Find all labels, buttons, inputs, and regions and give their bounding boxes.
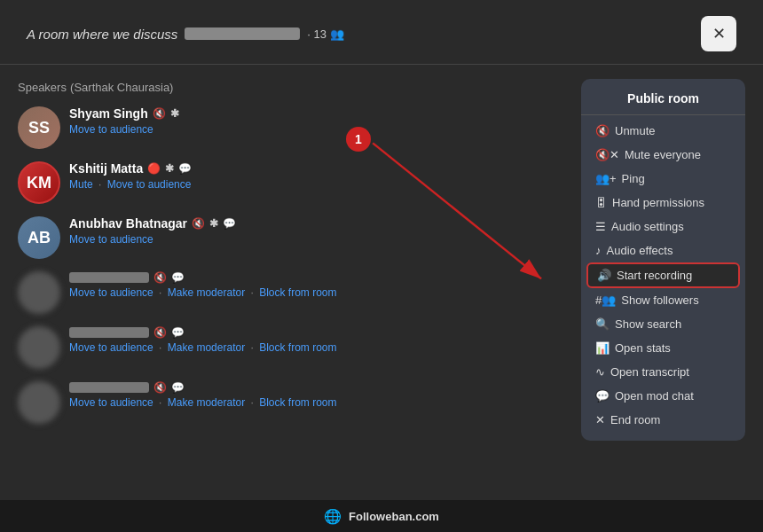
menu-item-ping[interactable]: 👥+ Ping: [581, 167, 745, 191]
menu-item-open-mod-chat[interactable]: 💬 Open mod chat: [581, 384, 745, 408]
content-area: Speakers (Sarthak Chaurasia) SS Shyam Si…: [0, 65, 763, 500]
menu-title: Public room: [581, 88, 745, 115]
menu-item-label: Audio effects: [607, 244, 673, 257]
speaker-actions: Move to audience: [69, 123, 567, 136]
menu-item-label: Hand permissions: [612, 196, 704, 209]
close-icon: ✕: [712, 24, 726, 43]
room-title: A room where we discuss · 13 👥: [27, 27, 344, 42]
menu-item-label: Mute everyone: [625, 148, 701, 161]
speaker-name: 🔇 💬: [69, 326, 567, 339]
menu-item-show-search[interactable]: 🔍 Show search: [581, 312, 745, 336]
context-menu: Public room 🔇 Unmute 🔇✕ Mute everyone 👥+…: [581, 79, 745, 441]
menu-item-mute-everyone[interactable]: 🔇✕ Mute everyone: [581, 143, 745, 167]
avatar: [18, 381, 60, 424]
menu-item-open-stats[interactable]: 📊 Open stats: [581, 336, 745, 360]
speaker-name: Shyam Singh 🔇 ✱: [69, 106, 567, 121]
room-count: · 13 👥: [307, 27, 343, 41]
menu-item-open-transcript[interactable]: ∿ Open transcript: [581, 360, 745, 384]
room-title-blurred: [185, 27, 300, 40]
speaker-actions: Move to audience · Make moderator · Bloc…: [69, 341, 567, 354]
move-to-audience-link[interactable]: Move to audience: [69, 286, 153, 299]
blurred-name: [69, 272, 149, 283]
speaker-actions: Move to audience · Make moderator · Bloc…: [69, 396, 567, 409]
avatar: KM: [18, 161, 60, 204]
move-to-audience-link[interactable]: Move to audience: [69, 123, 153, 136]
menu-item-label: Open stats: [615, 341, 671, 355]
unmute-icon: 🔇: [595, 124, 610, 137]
record-icon: 🔴: [147, 162, 161, 175]
mute-icon: 🔇: [153, 326, 167, 339]
speaker-name: Kshitij Matta 🔴 ✱ 💬: [69, 161, 567, 176]
block-from-room-link[interactable]: Block from room: [259, 396, 336, 409]
menu-item-show-followers[interactable]: #👥 Show followers: [581, 288, 745, 312]
mod-chat-icon: 💬: [595, 389, 610, 403]
stats-icon: 📊: [595, 341, 610, 355]
avatar: SS: [18, 106, 60, 149]
mute-everyone-icon: 🔇✕: [595, 148, 619, 161]
chat-icon: 💬: [171, 271, 185, 284]
chat-icon: 💬: [171, 326, 185, 339]
chat-icon: 💬: [171, 381, 185, 394]
speaker-info: 🔇 💬 Move to audience · Make moderator · …: [69, 381, 567, 409]
star-icon: ✱: [165, 162, 174, 175]
menu-item-end-room[interactable]: ✕ End room: [581, 408, 745, 432]
room-title-text: A room where we discuss: [27, 27, 177, 42]
speakers-title: Speakers (Sarthak Chaurasia): [18, 79, 567, 94]
speaker-actions: Mute · Move to audience: [69, 178, 567, 191]
move-to-audience-link[interactable]: Move to audience: [107, 178, 192, 191]
menu-item-audio-effects[interactable]: ♪ Audio effects: [581, 239, 745, 262]
speaker-info: Anubhav Bhatnagar 🔇 ✱ 💬 Move to audience: [69, 216, 567, 246]
menu-item-hand-permissions[interactable]: 🎛 Hand permissions: [581, 191, 745, 215]
avatar: [18, 326, 60, 369]
chat-icon: 💬: [223, 217, 236, 230]
block-from-room-link[interactable]: Block from room: [259, 286, 336, 299]
list-item: SS Shyam Singh 🔇 ✱ Move to audience: [18, 106, 567, 149]
make-moderator-link[interactable]: Make moderator: [168, 341, 245, 354]
blurred-name: [69, 327, 149, 338]
annotation-number-1: 1: [346, 127, 371, 152]
speaker-info: Kshitij Matta 🔴 ✱ 💬 Mute · Move to audie…: [69, 161, 567, 191]
menu-item-label: Ping: [622, 172, 645, 185]
avatar: [18, 271, 60, 314]
mute-icon: 🔇: [153, 271, 167, 284]
mute-icon: 🔇: [153, 381, 167, 394]
menu-item-label: Open mod chat: [615, 389, 694, 403]
mute-icon: 🔇: [192, 217, 205, 230]
recording-icon: 🔊: [597, 269, 611, 282]
menu-item-label: Show search: [615, 317, 681, 331]
chat-icon: 💬: [178, 162, 192, 175]
menu-item-start-recording[interactable]: 🔊 Start recording: [586, 262, 740, 288]
make-moderator-link[interactable]: Make moderator: [168, 396, 245, 409]
list-item: AB Anubhav Bhatnagar 🔇 ✱ 💬 Move to audie…: [18, 216, 567, 259]
transcript-icon: ∿: [595, 365, 605, 379]
menu-item-unmute[interactable]: 🔇 Unmute: [581, 119, 745, 143]
menu-item-label: End room: [610, 413, 660, 426]
speaker-info: Shyam Singh 🔇 ✱ Move to audience: [69, 106, 567, 136]
block-from-room-link[interactable]: Block from room: [259, 341, 336, 354]
move-to-audience-link[interactable]: Move to audience: [69, 233, 153, 246]
end-room-icon: ✕: [595, 413, 605, 426]
menu-item-label: Open transcript: [610, 365, 689, 379]
blurred-name: [69, 382, 149, 393]
speaker-info: 🔇 💬 Move to audience · Make moderator · …: [69, 271, 567, 299]
make-moderator-link[interactable]: Make moderator: [168, 286, 245, 299]
audio-effects-icon: ♪: [595, 244, 602, 257]
move-to-audience-link[interactable]: Move to audience: [69, 341, 153, 354]
menu-item-label: Start recording: [617, 269, 692, 282]
main-container: A room where we discuss · 13 👥 ✕ Speaker…: [0, 0, 763, 532]
speaker-name: 🔇 💬: [69, 381, 567, 394]
move-to-audience-link[interactable]: Move to audience: [69, 396, 153, 409]
footer-text: Followeban.com: [349, 510, 439, 523]
search-icon: 🔍: [595, 317, 610, 331]
list-item: 🔇 💬 Move to audience · Make moderator · …: [18, 271, 567, 314]
speaker-name: Anubhav Bhatnagar 🔇 ✱ 💬: [69, 216, 567, 231]
speaker-info: 🔇 💬 Move to audience · Make moderator · …: [69, 326, 567, 354]
speaker-name: 🔇 💬: [69, 271, 567, 284]
speakers-panel: Speakers (Sarthak Chaurasia) SS Shyam Si…: [18, 79, 567, 486]
ping-icon: 👥+: [595, 172, 617, 185]
menu-item-audio-settings[interactable]: ☰ Audio settings: [581, 215, 745, 239]
mute-link[interactable]: Mute: [69, 178, 93, 191]
menu-item-label: Unmute: [615, 124, 656, 137]
close-button[interactable]: ✕: [701, 16, 736, 51]
menu-item-label: Audio settings: [611, 220, 684, 233]
